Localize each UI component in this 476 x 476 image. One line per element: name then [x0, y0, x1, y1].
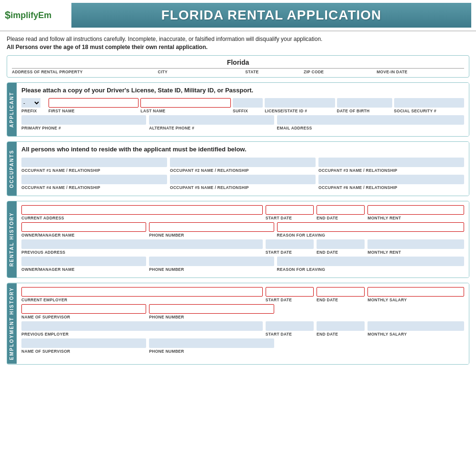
applicant-row1: - Mr. Mrs. Ms. PREFIX FIRST NAME LAST NA… [21, 98, 464, 113]
suffix-group: SUFFIX [233, 98, 263, 113]
prev-employer-input[interactable] [21, 321, 263, 331]
owner-phone-input[interactable] [149, 222, 274, 232]
prev-start-input[interactable] [266, 239, 314, 249]
prev-reason-group: REASON FOR LEAVING [277, 257, 464, 272]
logo-dollar-icon: $ [5, 9, 10, 21]
occupant1-label: OCCUPANT #1 NAME / RELATIONSHIP [21, 168, 167, 173]
dob-input[interactable] [337, 98, 392, 108]
rental-history-body: CURRENT ADDRESS START DATE END DATE MONT… [17, 201, 469, 278]
prev-rent-input[interactable] [367, 239, 464, 249]
occupant2-input[interactable] [170, 158, 316, 167]
current-end-group: END DATE [317, 205, 365, 220]
rental-owner-row: OWNER/MANAGER NAME PHONE NUMBER REASON F… [21, 222, 464, 238]
alt-phone-group: ALTERNATE PHONE # [149, 115, 274, 130]
prev-salary-group: MONTHLY SALARY [367, 321, 464, 337]
rental-prev-row: PREVIOUS ADDRESS START DATE END DATE MON… [21, 239, 464, 255]
prev-supervisor-group: NAME OF SUPERVISOR [21, 338, 146, 354]
owner-name-label: OWNER/MANAGER NAME [21, 233, 146, 238]
current-end-input[interactable] [317, 205, 365, 215]
rental-current-row: CURRENT ADDRESS START DATE END DATE MONT… [21, 205, 464, 220]
owner-name-input[interactable] [21, 222, 146, 232]
prev-supervisor-label: NAME OF SUPERVISOR [21, 349, 146, 354]
email-input[interactable] [277, 115, 464, 125]
emp-end-label: END DATE [317, 298, 365, 302]
emp-phone-input[interactable] [149, 304, 274, 314]
current-address-input[interactable] [21, 205, 263, 215]
prev-owner-group: OWNER/MANAGER NAME [21, 257, 146, 272]
applicant-body: Please attach a copy of your Driver's Li… [17, 83, 469, 137]
emp-salary-input[interactable] [367, 287, 464, 297]
prefix-label: PREFIX [21, 109, 47, 113]
occupant3-input[interactable] [318, 158, 464, 167]
prev-reason-label: REASON FOR LEAVING [277, 267, 464, 272]
prev-salary-input[interactable] [367, 321, 464, 331]
license-input[interactable] [265, 98, 335, 108]
prev-emp-phone-input[interactable] [149, 338, 274, 348]
last-name-label: LAST NAME [140, 109, 231, 113]
prev-end-input[interactable] [317, 239, 365, 249]
current-start-input[interactable] [266, 205, 314, 215]
occupant1-group: OCCUPANT #1 NAME / RELATIONSHIP [21, 158, 167, 173]
reason-leaving-input[interactable] [277, 222, 464, 232]
prev-emp-phone-label: PHONE NUMBER [149, 349, 274, 354]
current-address-group: CURRENT ADDRESS [21, 205, 263, 220]
employment-side-label: EMPLOYMENT HISTORY [7, 283, 17, 364]
occupant1-input[interactable] [21, 158, 167, 167]
prev-owner-input[interactable] [21, 257, 146, 266]
email-group: EMAIL ADDRESS [277, 115, 464, 130]
page-title: FLORIDA RENTAL APPLICATION [71, 3, 471, 28]
state-label: STATE [245, 69, 304, 74]
prev-supervisor-input[interactable] [21, 338, 146, 348]
prev-emp-start-input[interactable] [266, 321, 314, 331]
current-rent-input[interactable] [367, 205, 464, 215]
prev-start-group: START DATE [266, 239, 314, 255]
prev-address-input[interactable] [21, 239, 263, 249]
prev-phone-input[interactable] [149, 257, 274, 266]
occupant2-label: OCCUPANT #2 NAME / RELATIONSHIP [170, 168, 316, 173]
applicant-section: APPLICANT Please attach a copy of your D… [7, 82, 469, 137]
occupant6-input[interactable] [318, 175, 464, 184]
prev-emp-end-label: END DATE [317, 332, 365, 337]
state-value: Florida [12, 59, 464, 66]
rental-history-side-label: RENTAL HISTORY [7, 201, 17, 278]
employment-history-section: EMPLOYMENT HISTORY CURRENT EMPLOYER STAR… [7, 283, 469, 364]
prev-end-label: END DATE [317, 250, 365, 255]
alt-phone-input[interactable] [149, 115, 274, 125]
current-employer-input[interactable] [21, 287, 263, 297]
occupant5-input[interactable] [170, 175, 316, 184]
primary-phone-input[interactable] [21, 115, 146, 125]
movein-label: MOVE-IN DATE [377, 69, 464, 74]
state-field-group: STATE [245, 68, 304, 74]
occupant4-label: OCCUPANT #4 NAME / RELATIONSHIP [21, 185, 167, 190]
supervisor-input[interactable] [21, 304, 146, 314]
occupants-header-text: All persons who intend to reside with th… [21, 146, 464, 154]
prev-start-label: START DATE [266, 250, 314, 255]
prev-address-label: PREVIOUS ADDRESS [21, 250, 263, 255]
prev-phone-label: PHONE NUMBER [149, 267, 274, 272]
ssn-input[interactable] [394, 98, 464, 108]
prev-rent-group: MONTHLY RENT [367, 239, 464, 255]
emp-start-input[interactable] [266, 287, 314, 297]
occupants-row1: OCCUPANT #1 NAME / RELATIONSHIP OCCUPANT… [21, 158, 464, 173]
suffix-input[interactable] [233, 98, 263, 108]
last-name-input[interactable] [140, 98, 231, 108]
dob-group: DATE OF BIRTH [337, 98, 392, 113]
reason-leaving-group: REASON FOR LEAVING [277, 222, 464, 238]
applicant-header-text: Please attach a copy of your Driver's Li… [21, 87, 464, 95]
zip-field-group: ZIP CODE [304, 68, 377, 74]
current-start-group: START DATE [266, 205, 314, 220]
suffix-label: SUFFIX [233, 109, 263, 113]
applicant-side-label: APPLICANT [7, 83, 17, 137]
occupant2-group: OCCUPANT #2 NAME / RELATIONSHIP [170, 158, 316, 173]
prev-reason-input[interactable] [277, 257, 464, 266]
alt-phone-label: ALTERNATE PHONE # [149, 126, 274, 130]
body-content: Please read and follow all instructions … [0, 31, 476, 368]
emp-prev-row: PREVIOUS EMPLOYER START DATE END DATE MO… [21, 321, 464, 337]
prefix-select[interactable]: - Mr. Mrs. Ms. [21, 98, 40, 108]
emp-end-input[interactable] [317, 287, 365, 297]
last-name-group: LAST NAME [140, 98, 231, 113]
occupant4-input[interactable] [21, 175, 167, 184]
prev-emp-end-input[interactable] [317, 321, 365, 331]
property-fields-row: ADDRESS OF RENTAL PROPERTY CITY STATE ZI… [12, 68, 464, 74]
first-name-input[interactable] [49, 98, 139, 108]
